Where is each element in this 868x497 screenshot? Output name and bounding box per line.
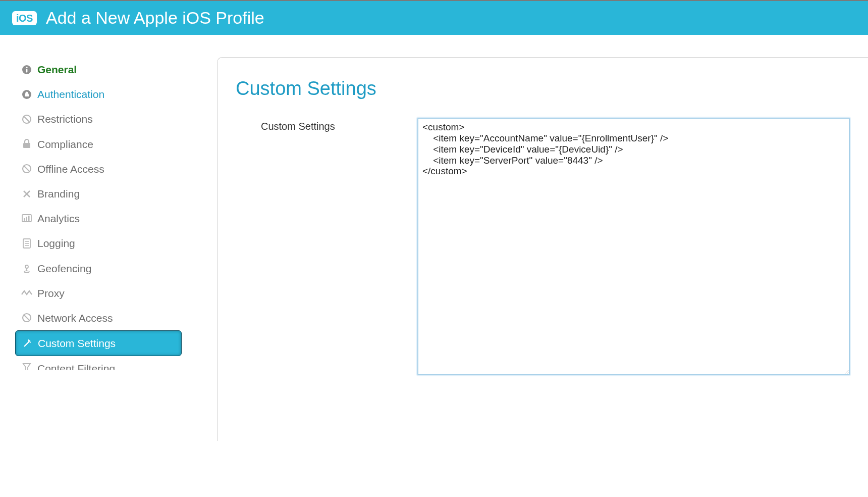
- form-row-custom-settings: Custom Settings: [236, 118, 850, 375]
- wand-icon: [20, 338, 35, 349]
- info-icon: [19, 65, 34, 75]
- svg-line-9: [24, 166, 29, 171]
- svg-rect-14: [26, 217, 28, 221]
- section-title: Custom Settings: [236, 78, 850, 100]
- sidebar-item-label: Custom Settings: [38, 337, 116, 350]
- custom-settings-label: Custom Settings: [236, 118, 417, 132]
- sidebar-item-label: Branding: [37, 187, 80, 200]
- sidebar-item-label: Analytics: [37, 212, 80, 225]
- svg-line-23: [24, 315, 29, 320]
- sidebar-item-label: Proxy: [37, 287, 65, 300]
- sidebar-item-restrictions[interactable]: Restrictions: [15, 107, 187, 131]
- sidebar-item-proxy[interactable]: Proxy: [15, 281, 187, 306]
- branding-icon: [19, 189, 34, 199]
- sidebar-item-label: Geofencing: [37, 262, 91, 275]
- svg-line-6: [24, 117, 29, 122]
- sidebar-item-logging[interactable]: Logging: [15, 231, 187, 256]
- svg-line-24: [24, 341, 29, 346]
- sidebar-item-label: Compliance: [37, 138, 93, 151]
- proxy-icon: [19, 289, 34, 296]
- body-wrap: General Authentication Restrictions Comp…: [0, 35, 868, 441]
- offline-icon: [19, 164, 34, 174]
- svg-rect-13: [24, 218, 25, 221]
- svg-line-27: [29, 341, 31, 342]
- svg-rect-7: [23, 143, 30, 148]
- sidebar: General Authentication Restrictions Comp…: [0, 57, 217, 441]
- page-header: iOS Add a New Apple iOS Profile: [0, 0, 868, 35]
- lock-icon: [19, 139, 34, 149]
- page-title: Add a New Apple iOS Profile: [46, 8, 264, 28]
- sidebar-item-label: General: [37, 63, 77, 76]
- svg-point-1: [26, 66, 27, 68]
- sidebar-item-compliance[interactable]: Compliance: [15, 132, 187, 157]
- sidebar-item-branding[interactable]: Branding: [15, 181, 187, 206]
- main-panel: Custom Settings Custom Settings: [217, 57, 868, 441]
- custom-settings-textarea[interactable]: [417, 118, 850, 375]
- svg-rect-2: [26, 69, 28, 72]
- sidebar-item-label: Restrictions: [37, 113, 93, 125]
- filter-icon: [19, 362, 34, 370]
- ios-badge-icon: iOS: [12, 11, 37, 25]
- sidebar-item-label: Network Access: [37, 312, 113, 324]
- sidebar-item-general[interactable]: General: [15, 57, 187, 82]
- network-icon: [19, 313, 34, 323]
- svg-point-21: [24, 271, 29, 273]
- analytics-icon: [19, 214, 34, 223]
- logging-icon: [19, 238, 34, 249]
- svg-point-20: [25, 265, 28, 268]
- sidebar-item-network-access[interactable]: Network Access: [15, 306, 187, 330]
- sidebar-item-authentication[interactable]: Authentication: [15, 82, 187, 107]
- sidebar-item-label: Logging: [37, 237, 75, 250]
- sidebar-item-geofencing[interactable]: Geofencing: [15, 256, 187, 281]
- restriction-icon: [19, 114, 34, 124]
- sidebar-item-label: Offline Access: [37, 163, 104, 175]
- sidebar-item-offline-access[interactable]: Offline Access: [15, 157, 187, 181]
- sidebar-item-label: Authentication: [37, 88, 104, 101]
- geofencing-icon: [19, 263, 34, 273]
- sidebar-item-analytics[interactable]: Analytics: [15, 206, 187, 231]
- sidebar-item-label: Content Filtering: [37, 362, 115, 370]
- svg-rect-15: [28, 216, 30, 221]
- key-icon: [19, 89, 34, 100]
- sidebar-item-content-filtering[interactable]: Content Filtering: [15, 356, 187, 370]
- sidebar-item-custom-settings[interactable]: Custom Settings: [15, 330, 182, 356]
